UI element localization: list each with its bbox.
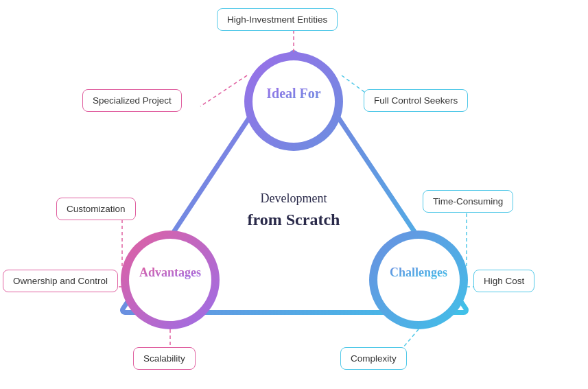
center-text-line2: from Scratch: [248, 211, 340, 228]
label-time-consuming: Time-Consuming: [423, 190, 513, 213]
advantages-circle-inner: [129, 239, 211, 321]
label-complexity: Complexity: [340, 347, 407, 370]
center-text-line1: Development: [261, 191, 327, 205]
advantages-label: Advantages: [139, 266, 201, 279]
label-ownership-control: Ownership and Control: [3, 270, 118, 292]
ideal-for-circle-inner: [252, 60, 335, 143]
label-scalability: Scalability: [133, 347, 196, 370]
ideal-for-label: Ideal For: [266, 86, 321, 101]
challenges-label: Challenges: [390, 266, 447, 279]
label-high-cost: High Cost: [473, 270, 534, 292]
challenges-circle-inner: [377, 239, 460, 321]
label-full-control: Full Control Seekers: [364, 89, 468, 112]
label-specialized-project: Specialized Project: [82, 89, 182, 112]
dashed-line-ideal-left: [200, 75, 247, 106]
diagram-container: Ideal For Advantages Challenges Developm…: [0, 0, 588, 389]
label-customization: Customization: [56, 198, 136, 220]
label-high-investment: High-Investment Entities: [217, 8, 338, 31]
